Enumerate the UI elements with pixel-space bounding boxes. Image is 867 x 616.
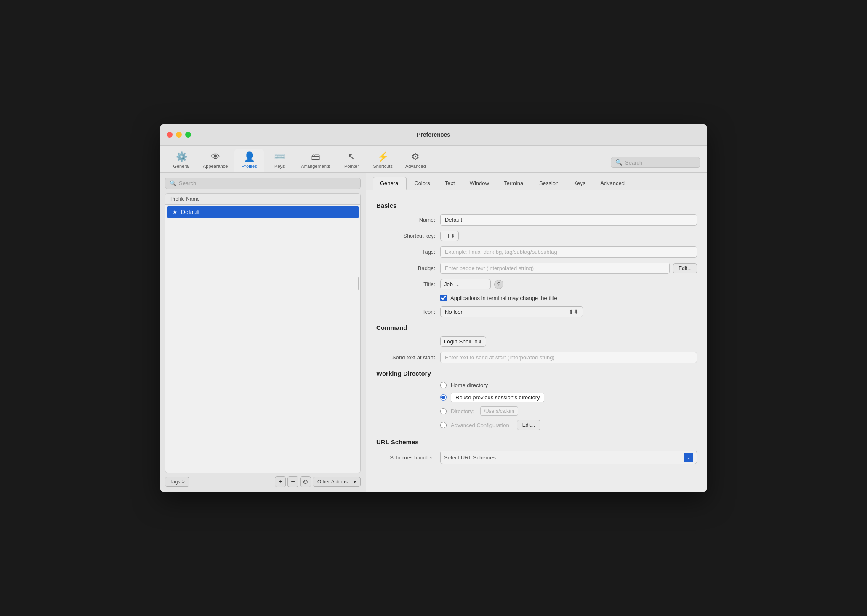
fullscreen-button[interactable]	[185, 132, 191, 138]
keys-icon: ⌨️	[274, 151, 285, 162]
advanced-config-radio[interactable]	[440, 422, 447, 428]
preferences-window: Preferences ⚙️ General 👁 Appearance 👤 Pr…	[160, 124, 707, 492]
toolbar-search-box: 🔍	[611, 157, 700, 168]
badge-input[interactable]	[440, 263, 670, 274]
add-profile-button[interactable]: +	[275, 476, 286, 487]
close-button[interactable]	[167, 132, 173, 138]
shortcut-select[interactable]: ⬆⬇	[440, 231, 459, 241]
main-panel: General Colors Text Window Terminal Sess…	[366, 173, 707, 492]
profiles-icon: 👤	[244, 151, 255, 162]
tags-label: Tags:	[376, 249, 435, 255]
icon-dropdown[interactable]: No Icon	[445, 309, 565, 315]
pointer-icon: ↖	[348, 151, 355, 162]
titlebar: Preferences	[160, 124, 707, 146]
remove-profile-button[interactable]: −	[287, 476, 298, 487]
icon-row: Icon: No Icon ⬆⬇	[376, 306, 697, 317]
toolbar: ⚙️ General 👁 Appearance 👤 Profiles ⌨️ Ke…	[160, 146, 707, 173]
profile-list: Profile Name ★ Default	[165, 193, 361, 473]
toolbar-item-general[interactable]: ⚙️ General	[167, 149, 196, 172]
command-dropdown[interactable]: Login Shell	[444, 338, 471, 345]
sidebar-search-icon: 🔍	[170, 180, 176, 186]
name-row: Name:	[376, 214, 697, 226]
shortcut-label: Shortcut key:	[376, 233, 435, 239]
traffic-lights	[167, 132, 191, 138]
other-actions-button[interactable]: Other Actions... ▾	[313, 477, 361, 487]
command-select[interactable]: Login Shell ⬆⬇	[440, 336, 486, 347]
shortcut-row: Shortcut key: ⬆⬇	[376, 231, 697, 241]
general-icon: ⚙️	[176, 151, 187, 162]
command-chevron-icon: ⬆⬇	[474, 339, 482, 345]
toolbar-label-appearance: Appearance	[203, 164, 228, 169]
name-label: Name:	[376, 217, 435, 223]
other-actions-chevron-icon: ▾	[354, 479, 356, 485]
schemes-row: Schemes handled: Select URL Schemes... ⌄	[376, 451, 697, 464]
command-row: Login Shell ⬆⬇	[376, 336, 697, 347]
command-section-title: Command	[376, 324, 697, 331]
reuse-dir-row: Reuse previous session's directory	[440, 393, 697, 402]
shortcuts-icon: ⚡	[377, 151, 388, 162]
toolbar-item-keys[interactable]: ⌨️ Keys	[265, 149, 294, 172]
home-dir-radio[interactable]	[440, 382, 447, 388]
tab-general[interactable]: General	[373, 177, 407, 190]
icon-select[interactable]: No Icon ⬆⬇	[440, 306, 583, 317]
advanced-config-edit-button[interactable]: Edit...	[517, 420, 541, 430]
schemes-label: Schemes handled:	[376, 454, 435, 461]
toolbar-item-arrangements[interactable]: 🗃 Arrangements	[295, 149, 336, 172]
tab-session[interactable]: Session	[532, 177, 566, 190]
advanced-config-label: Advanced Configuration	[451, 422, 509, 428]
badge-edit-button[interactable]: Edit...	[673, 263, 697, 273]
tags-button[interactable]: Tags >	[165, 477, 189, 487]
toolbar-label-advanced: Advanced	[405, 164, 426, 169]
tab-advanced[interactable]: Advanced	[593, 177, 632, 190]
url-schemes-select[interactable]: Select URL Schemes... ⌄	[440, 451, 697, 464]
title-dropdown[interactable]: Job	[444, 281, 453, 287]
arrangements-icon: 🗃	[311, 151, 320, 162]
url-schemes-dropdown[interactable]: Select URL Schemes...	[444, 454, 681, 461]
title-chevron-icon: ⌄	[455, 281, 460, 287]
tab-text[interactable]: Text	[438, 177, 462, 190]
reuse-dir-radio[interactable]	[440, 394, 447, 401]
tab-keys[interactable]: Keys	[566, 177, 593, 190]
tab-terminal[interactable]: Terminal	[497, 177, 532, 190]
toolbar-label-profiles: Profiles	[242, 164, 257, 169]
toolbar-item-pointer[interactable]: ↖ Pointer	[337, 149, 366, 172]
tab-colors[interactable]: Colors	[407, 177, 437, 190]
profile-item-default[interactable]: ★ Default	[167, 206, 359, 218]
profile-item-star-icon: ★	[172, 209, 178, 215]
reuse-dir-label: Reuse previous session's directory	[451, 393, 544, 402]
toolbar-item-advanced[interactable]: ⚙ Advanced	[399, 149, 432, 172]
shortcut-chevron-icon: ⬆⬇	[447, 233, 455, 239]
send-text-row: Send text at start:	[376, 352, 697, 363]
directory-radio[interactable]	[440, 408, 447, 414]
change-title-checkbox[interactable]	[440, 295, 447, 301]
sidebar-footer: Tags > + − ☺ Other Actions... ▾	[165, 473, 361, 487]
badge-label: Badge:	[376, 265, 435, 271]
title-select[interactable]: Job ⌄	[440, 279, 491, 289]
change-title-label: Applications in terminal may change the …	[450, 295, 557, 301]
title-help-button[interactable]: ?	[494, 280, 503, 289]
smiley-icon[interactable]: ☺	[300, 476, 311, 487]
icon-label: Icon:	[376, 309, 435, 315]
appearance-icon: 👁	[211, 151, 220, 162]
search-input[interactable]	[625, 159, 696, 166]
content-area: 🔍 Profile Name ★ Default Tags > + − ☺	[160, 173, 707, 492]
toolbar-item-shortcuts[interactable]: ⚡ Shortcuts	[367, 149, 398, 172]
send-text-label: Send text at start:	[376, 354, 435, 361]
send-text-input[interactable]	[440, 352, 697, 363]
directory-row: Directory: /Users/cs.kim	[440, 406, 697, 416]
tags-input[interactable]	[440, 246, 697, 258]
scrollbar-thumb[interactable]	[358, 277, 359, 290]
url-schemes-arrow-icon[interactable]: ⌄	[684, 453, 693, 462]
home-dir-label: Home directory	[451, 382, 488, 388]
toolbar-item-profiles[interactable]: 👤 Profiles	[234, 149, 264, 172]
sidebar-search-input[interactable]	[179, 180, 356, 186]
title-label: Title:	[376, 281, 435, 287]
other-actions-label: Other Actions...	[317, 479, 352, 485]
tab-window[interactable]: Window	[463, 177, 496, 190]
sidebar-search-box: 🔍	[165, 178, 361, 189]
minimize-button[interactable]	[176, 132, 182, 138]
profile-item-label: Default	[181, 209, 199, 215]
name-input[interactable]	[440, 214, 697, 226]
toolbar-item-appearance[interactable]: 👁 Appearance	[197, 149, 234, 172]
toolbar-label-general: General	[173, 164, 189, 169]
